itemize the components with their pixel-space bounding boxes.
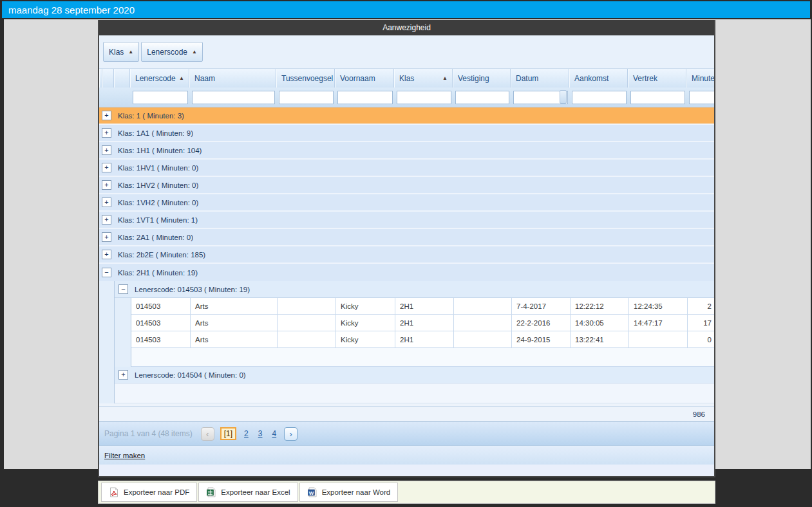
column-header-naam[interactable]: Naam: [189, 69, 276, 88]
page-link-2[interactable]: 2: [242, 429, 250, 438]
panel-title: Aanwezigheid: [382, 23, 431, 32]
group-row-label: Klas: 1HV1 ( Minuten: 0): [118, 164, 198, 172]
export-excel-button[interactable]: Exporteer naar Excel: [198, 483, 297, 502]
page-link-4[interactable]: 4: [270, 429, 278, 438]
filter-input-aankomst[interactable]: [572, 91, 627, 104]
filter-input-minuten[interactable]: [689, 91, 715, 104]
expand-plus-icon[interactable]: +: [102, 145, 111, 155]
panel-bottom-filler: [99, 465, 714, 476]
cell-minuten: 2: [688, 298, 714, 315]
expand-plus-icon[interactable]: +: [102, 128, 111, 138]
table-row[interactable]: 014503 Arts Kicky 2H1 24-9-2015 13:22:41…: [131, 331, 714, 348]
column-header-aankomst[interactable]: Aankomst: [569, 69, 628, 88]
group-by-panel: Klas ▲ Lenerscode ▲: [99, 35, 714, 69]
filter-input-lenerscode[interactable]: [133, 91, 188, 104]
column-header-tussenvoegsel[interactable]: Tussenvoegsel: [276, 69, 335, 88]
page-link-3[interactable]: 3: [256, 429, 265, 438]
cell-tussenvoegsel: [278, 298, 336, 315]
prev-page-button[interactable]: ‹: [201, 427, 214, 441]
next-page-button[interactable]: ›: [284, 427, 297, 441]
datum-filter-spinner[interactable]: [560, 90, 567, 104]
chevron-left-icon: ‹: [206, 429, 209, 439]
expand-plus-icon[interactable]: +: [102, 215, 111, 225]
pagination-bar: Pagina 1 van 4 (48 items) ‹ [1] 2 3 4 ›: [99, 421, 714, 445]
group-button-lenerscode[interactable]: Lenerscode ▲: [141, 42, 203, 62]
cell-lenerscode: 014503: [131, 315, 191, 331]
cell-minuten: 17: [688, 315, 714, 331]
group-row-label: Klas: 1 ( Minuten: 3): [118, 112, 184, 120]
summary-row: 986: [99, 406, 714, 421]
expand-plus-icon[interactable]: +: [102, 163, 111, 172]
collapse-minus-icon[interactable]: −: [102, 268, 111, 277]
window-title-bar: maandag 28 september 2020: [2, 1, 810, 18]
header-expand-col: [102, 69, 114, 88]
group-row-klas-1h1[interactable]: + Klas: 1H1 ( Minuten: 104): [99, 142, 714, 160]
table-row[interactable]: 014503 Arts Kicky 2H1 22-2-2016 14:30:05…: [131, 315, 714, 331]
export-pdf-button[interactable]: Exporteer naar PDF: [101, 483, 197, 502]
group-row-klas-1[interactable]: + Klas: 1 ( Minuten: 3): [99, 107, 714, 125]
cell-vertrek: [629, 331, 688, 348]
cell-aankomst: 12:22:12: [571, 298, 629, 315]
group-row-label: Klas: 2A1 ( Minuten: 0): [118, 234, 193, 241]
column-header-lenerscode[interactable]: Lenerscode ▲: [130, 69, 189, 88]
filter-input-vertrek[interactable]: [630, 91, 685, 104]
subgroup-row-014503[interactable]: − Lenerscode: 014503 ( Minuten: 19): [115, 281, 714, 298]
group-button-klas-label: Klas: [109, 48, 124, 57]
column-header-klas[interactable]: Klas ▲: [394, 69, 453, 88]
cell-datum: 7-4-2017: [512, 298, 571, 315]
group-row-klas-1hv2[interactable]: + Klas: 1HV2 ( Minuten: 0): [99, 177, 714, 194]
group-row-klas-2a1[interactable]: + Klas: 2A1 ( Minuten: 0): [99, 229, 714, 246]
filter-indent-col: [115, 88, 131, 107]
export-pdf-label: Exporteer naar PDF: [124, 488, 189, 496]
filter-input-klas[interactable]: [397, 91, 451, 104]
current-page-indicator: [1]: [220, 427, 236, 440]
table-row[interactable]: 014503 Arts Kicky 2H1 7-4-2017 12:22:12 …: [131, 298, 714, 315]
expand-plus-icon[interactable]: +: [102, 232, 111, 242]
group-footer-spacer: [131, 348, 714, 367]
cell-vestiging: [454, 298, 512, 315]
column-header-minuten[interactable]: Minuten: [686, 69, 715, 88]
group-row-klas-2h1[interactable]: − Klas: 2H1 ( Minuten: 19): [99, 264, 714, 281]
expand-plus-icon[interactable]: +: [102, 198, 111, 207]
cell-klas: 2H1: [395, 331, 454, 348]
panel-title-bar: Aanwezigheid: [99, 20, 714, 35]
filter-input-voornaam[interactable]: [337, 91, 393, 104]
column-header-datum[interactable]: Datum: [511, 69, 569, 88]
column-header-vestiging[interactable]: Vestiging: [453, 69, 511, 88]
group-button-klas[interactable]: Klas ▲: [103, 42, 139, 62]
column-header-voornaam[interactable]: Voornaam: [335, 69, 394, 88]
filter-input-naam[interactable]: [192, 91, 275, 104]
filter-row: [99, 88, 714, 107]
cell-vertrek: 12:24:35: [629, 298, 688, 315]
group-row-klas-1vt1[interactable]: + Klas: 1VT1 ( Minuten: 1): [99, 212, 714, 229]
group-row-klas-1hv1[interactable]: + Klas: 1HV1 ( Minuten: 0): [99, 160, 714, 177]
group-row-label: Klas: 1A1 ( Minuten: 9): [118, 129, 193, 137]
cell-vestiging: [454, 315, 512, 331]
group-row-klas-1vh2[interactable]: + Klas: 1VH2 ( Minuten: 0): [99, 194, 714, 212]
cell-naam: Arts: [191, 315, 278, 331]
export-toolbar: Exporteer naar PDF Exporteer naar Excel …: [98, 481, 715, 504]
expand-plus-icon[interactable]: +: [102, 111, 111, 120]
filter-maken-link[interactable]: Filter maken: [104, 452, 145, 459]
attendance-panel: Aanwezigheid Klas ▲ Lenerscode ▲ Lenersc…: [98, 20, 715, 477]
header-indent-col: [114, 69, 130, 88]
word-icon: W: [307, 487, 317, 497]
cell-datum: 24-9-2015: [512, 331, 571, 348]
subgroup-row-014504[interactable]: + Lenerscode: 014504 ( Minuten: 0): [115, 367, 714, 383]
export-word-button[interactable]: W Exporteer naar Word: [299, 483, 399, 502]
group-row-label: Klas: 1H1 ( Minuten: 104): [118, 147, 202, 154]
column-header-vertrek[interactable]: Vertrek: [628, 69, 686, 88]
collapse-minus-icon[interactable]: −: [118, 284, 128, 294]
pager-status-text: Pagina 1 van 4 (48 items): [104, 429, 193, 438]
cell-lenerscode: 014503: [131, 331, 191, 348]
expand-plus-icon[interactable]: +: [102, 250, 111, 259]
filter-input-vestiging[interactable]: [455, 91, 509, 104]
filter-input-tussenvoegsel[interactable]: [279, 91, 334, 104]
expand-plus-icon[interactable]: +: [118, 370, 128, 380]
group-row-klas-1a1[interactable]: + Klas: 1A1 ( Minuten: 9): [99, 125, 714, 142]
expand-plus-icon[interactable]: +: [102, 180, 111, 190]
cell-naam: Arts: [191, 298, 278, 315]
group-row-klas-2b2e[interactable]: + Klas: 2b2E ( Minuten: 185): [99, 246, 714, 264]
cell-klas: 2H1: [395, 315, 454, 331]
cell-vertrek: 14:47:17: [629, 315, 688, 331]
